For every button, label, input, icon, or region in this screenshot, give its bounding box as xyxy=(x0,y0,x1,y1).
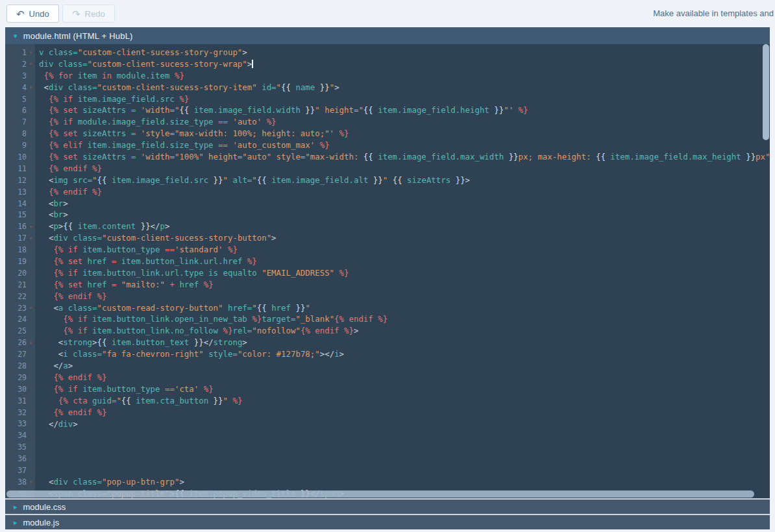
fold-arrow-icon[interactable]: ▾ xyxy=(27,61,35,67)
code-line[interactable]: {% if item.button_link.no_follow %}rel="… xyxy=(39,325,770,337)
line-number[interactable]: 36 xyxy=(5,453,35,465)
line-number[interactable]: 14 xyxy=(5,198,35,210)
code-line[interactable]: <div class="custom-client-sucess-story-i… xyxy=(39,82,770,93)
code-line[interactable]: </a> xyxy=(39,360,770,372)
design-manager-editor: ↶ Undo ↷ Redo Make available in template… xyxy=(0,0,775,532)
line-number[interactable]: 30 xyxy=(5,383,35,395)
fold-arrow-icon[interactable]: ▾ xyxy=(27,340,35,346)
line-number[interactable]: 2▾ xyxy=(5,58,35,70)
horizontal-scrollbar[interactable] xyxy=(6,490,754,498)
line-number[interactable]: 27 xyxy=(5,348,35,360)
code-line[interactable]: {% if module.image_field.size_type == 'a… xyxy=(39,116,770,128)
code-line[interactable]: {% set href = "mailto:" + href %} xyxy=(39,279,770,291)
line-number[interactable]: 12 xyxy=(5,175,35,186)
line-number[interactable]: 25 xyxy=(5,325,35,337)
line-number[interactable]: 34 xyxy=(5,429,35,441)
code-line[interactable]: <div class="custom-client-sucess-story-b… xyxy=(39,232,770,244)
chevron-right-icon: ▸ xyxy=(14,519,18,526)
file-header-module-html[interactable]: ▾ module.html (HTML + HubL) xyxy=(5,27,770,44)
code-line[interactable]: {% if item.image_field.src %} xyxy=(39,93,770,105)
line-number[interactable]: 5 xyxy=(5,93,35,105)
code-line[interactable]: {% if item.button_type =='standard' %} xyxy=(39,244,770,256)
chevron-right-icon: ▸ xyxy=(14,503,18,511)
line-number[interactable]: 7 xyxy=(5,116,35,128)
code-line[interactable]: {% if item.button_type =='cta' %} xyxy=(39,383,770,395)
code-line[interactable]: {% set sizeAttrs = 'width="100%" height=… xyxy=(39,151,770,163)
code-line[interactable]: {% if item.button_link.url.type is equal… xyxy=(39,267,770,279)
code-line[interactable]: <div class="pop-up-btn-grp"> xyxy=(39,476,770,488)
code-line[interactable] xyxy=(39,453,770,465)
line-number[interactable]: 4▾ xyxy=(5,82,35,93)
code-line[interactable]: {% endif %} xyxy=(39,372,770,383)
code-line[interactable]: {% if item.button_link.open_in_new_tab %… xyxy=(39,313,770,325)
line-number[interactable]: 24 xyxy=(5,313,35,325)
line-number[interactable]: 8 xyxy=(5,128,35,139)
code-line[interactable]: div class="custom-client-sucess-story-wr… xyxy=(39,58,770,70)
code-line[interactable]: {% endif %} xyxy=(39,407,770,418)
code-line[interactable] xyxy=(39,429,770,441)
code-line[interactable]: <a class="custom-read-story-button" href… xyxy=(39,302,770,314)
fold-arrow-icon[interactable]: ▾ xyxy=(27,49,35,55)
code-line[interactable]: {% endif %} xyxy=(39,186,770,198)
code-line[interactable]: {% set sizeAttrs = 'style="max-width: 10… xyxy=(39,128,770,139)
fold-arrow-icon[interactable]: ▾ xyxy=(27,305,35,311)
code-line[interactable]: <i class="fa fa-chevron-right" style="co… xyxy=(39,348,770,360)
file-tab-module-js[interactable]: ▸ module.js xyxy=(5,514,770,529)
code-line[interactable]: <strong>{{ item.button_text }}</strong> xyxy=(39,337,770,348)
line-number[interactable]: 28 xyxy=(5,360,35,372)
file-tab-module-css[interactable]: ▸ module.css xyxy=(5,498,770,514)
line-number[interactable]: 22 xyxy=(5,291,35,302)
line-number[interactable]: 13 xyxy=(5,186,35,198)
code-line[interactable] xyxy=(39,441,770,453)
code-line[interactable]: {% set href = item.button_link.url.href … xyxy=(39,256,770,267)
gutter: 1▾2▾34▾5678910111213141516▾17▾1819202122… xyxy=(5,44,35,498)
fold-arrow-icon[interactable]: ▾ xyxy=(27,479,35,485)
redo-icon: ↷ xyxy=(72,9,80,19)
fold-arrow-icon[interactable]: ▾ xyxy=(27,224,35,230)
code-line[interactable]: </div> xyxy=(39,418,770,430)
code-line[interactable]: <br> xyxy=(39,209,770,221)
code-line[interactable]: {% cta guid="{{ item.cta_button }}" %} xyxy=(39,395,770,407)
fold-arrow-icon[interactable]: ▾ xyxy=(27,84,35,90)
line-number[interactable]: 18 xyxy=(5,244,35,256)
line-number[interactable]: 6 xyxy=(5,104,35,116)
undo-button[interactable]: ↶ Undo xyxy=(6,5,59,23)
code-line[interactable]: <br> xyxy=(39,198,770,210)
line-number[interactable]: 31 xyxy=(5,395,35,407)
code-editor[interactable]: 1▾2▾34▾5678910111213141516▾17▾1819202122… xyxy=(5,44,770,498)
line-number[interactable]: 29 xyxy=(5,372,35,383)
line-number[interactable]: 11 xyxy=(5,163,35,175)
code-line[interactable]: v class="custom-client-sucess-story-grou… xyxy=(39,47,770,58)
redo-label: Redo xyxy=(85,9,105,19)
code-line[interactable]: {% for item in module.item %} xyxy=(39,70,770,82)
line-number[interactable]: 3 xyxy=(5,70,35,82)
line-number[interactable]: 23▾ xyxy=(5,302,35,314)
line-number[interactable]: 38▾ xyxy=(5,476,35,488)
code-line[interactable]: {% elif item.image_field.size_type == 'a… xyxy=(39,139,770,151)
line-number[interactable]: 21 xyxy=(5,279,35,291)
code-line[interactable]: {% endif %} xyxy=(39,291,770,302)
line-number[interactable]: 15 xyxy=(5,209,35,221)
line-number[interactable]: 10 xyxy=(5,151,35,163)
redo-button[interactable]: ↷ Redo xyxy=(62,5,115,23)
code-line[interactable]: <img src="{{ item.image_field.src }}" al… xyxy=(39,175,770,186)
code-line[interactable] xyxy=(39,465,770,476)
code-line[interactable]: {% set sizeAttrs = 'width="{{ item.image… xyxy=(39,104,770,116)
line-number[interactable]: 35 xyxy=(5,441,35,453)
line-number[interactable]: 26▾ xyxy=(5,337,35,348)
vertical-scrollbar[interactable] xyxy=(763,44,769,140)
toolbar: ↶ Undo ↷ Redo Make available in template… xyxy=(0,0,775,27)
line-number[interactable]: 1▾ xyxy=(5,47,35,58)
line-number[interactable]: 20 xyxy=(5,267,35,279)
fold-arrow-icon[interactable]: ▾ xyxy=(27,236,35,241)
make-available-text: Make available in templates and xyxy=(653,8,774,18)
line-number[interactable]: 37 xyxy=(5,465,35,476)
line-number[interactable]: 17▾ xyxy=(5,232,35,244)
code-line[interactable]: {% endif %} xyxy=(39,163,770,175)
line-number[interactable]: 32 xyxy=(5,407,35,418)
line-number[interactable]: 16▾ xyxy=(5,221,35,232)
line-number[interactable]: 19 xyxy=(5,256,35,267)
line-number[interactable]: 9 xyxy=(5,139,35,151)
code-line[interactable]: <p>{{ item.content }}</p> xyxy=(39,221,770,232)
line-number[interactable]: 33 xyxy=(5,418,35,430)
